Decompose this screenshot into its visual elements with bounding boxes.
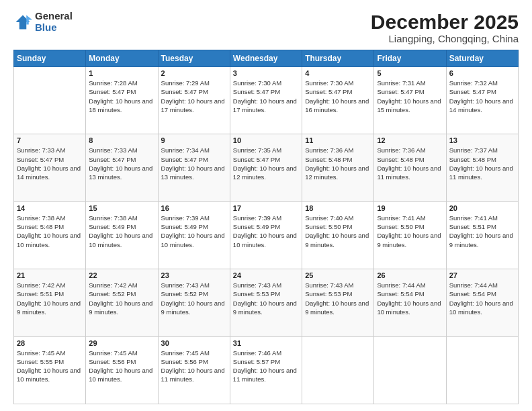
calendar-cell: 12Sunrise: 7:36 AMSunset: 5:48 PMDayligh… (374, 134, 446, 201)
col-tuesday: Tuesday (158, 50, 230, 67)
week-row-0: 1Sunrise: 7:28 AMSunset: 5:47 PMDaylight… (14, 67, 519, 134)
day-number: 9 (161, 136, 227, 144)
calendar-cell: 14Sunrise: 7:38 AMSunset: 5:48 PMDayligh… (14, 201, 86, 269)
calendar-cell: 7Sunrise: 7:33 AMSunset: 5:47 PMDaylight… (14, 134, 86, 201)
logo-blue-text: Blue (35, 22, 73, 34)
day-info: Sunrise: 7:37 AMSunset: 5:48 PMDaylight:… (449, 146, 515, 181)
day-number: 1 (89, 69, 154, 77)
col-sunday: Sunday (14, 50, 86, 67)
calendar-cell: 9Sunrise: 7:34 AMSunset: 5:47 PMDaylight… (158, 134, 230, 201)
day-number: 23 (161, 271, 227, 279)
day-number: 31 (233, 339, 299, 347)
logo-general-text: General (35, 11, 73, 22)
day-number: 10 (233, 136, 299, 144)
day-info: Sunrise: 7:43 AMSunset: 5:52 PMDaylight:… (161, 281, 227, 316)
col-friday: Friday (374, 50, 446, 67)
day-number: 26 (377, 271, 443, 279)
day-info: Sunrise: 7:36 AMSunset: 5:48 PMDaylight:… (377, 146, 443, 181)
day-number: 20 (449, 204, 515, 212)
calendar-cell: 31Sunrise: 7:46 AMSunset: 5:57 PMDayligh… (230, 336, 302, 404)
header: General Blue December 2025 Liangping, Ch… (13, 11, 519, 44)
day-info: Sunrise: 7:30 AMSunset: 5:47 PMDaylight:… (233, 79, 299, 114)
day-info: Sunrise: 7:43 AMSunset: 5:53 PMDaylight:… (233, 281, 299, 316)
day-info: Sunrise: 7:42 AMSunset: 5:51 PMDaylight:… (17, 281, 83, 316)
day-number: 11 (305, 136, 371, 144)
day-number: 29 (89, 339, 154, 347)
day-number: 21 (17, 271, 83, 279)
calendar-cell: 23Sunrise: 7:43 AMSunset: 5:52 PMDayligh… (158, 269, 230, 336)
calendar-cell: 5Sunrise: 7:31 AMSunset: 5:47 PMDaylight… (374, 67, 446, 134)
calendar-cell: 2Sunrise: 7:29 AMSunset: 5:47 PMDaylight… (158, 67, 230, 134)
day-info: Sunrise: 7:32 AMSunset: 5:47 PMDaylight:… (449, 79, 515, 114)
calendar-cell: 17Sunrise: 7:39 AMSunset: 5:49 PMDayligh… (230, 201, 302, 269)
calendar-cell: 26Sunrise: 7:44 AMSunset: 5:54 PMDayligh… (374, 269, 446, 336)
calendar-header-row: Sunday Monday Tuesday Wednesday Thursday… (14, 50, 519, 67)
calendar-cell: 30Sunrise: 7:45 AMSunset: 5:56 PMDayligh… (158, 336, 230, 404)
day-info: Sunrise: 7:35 AMSunset: 5:47 PMDaylight:… (233, 146, 299, 181)
calendar-cell: 8Sunrise: 7:33 AMSunset: 5:47 PMDaylight… (86, 134, 158, 201)
day-info: Sunrise: 7:30 AMSunset: 5:47 PMDaylight:… (305, 79, 371, 114)
day-number: 24 (233, 271, 299, 279)
day-number: 22 (89, 271, 154, 279)
day-number: 18 (305, 204, 371, 212)
logo-icon (13, 13, 32, 32)
calendar-cell (446, 336, 518, 404)
day-info: Sunrise: 7:34 AMSunset: 5:47 PMDaylight:… (161, 146, 227, 181)
page: General Blue December 2025 Liangping, Ch… (0, 0, 532, 411)
day-info: Sunrise: 7:44 AMSunset: 5:54 PMDaylight:… (377, 281, 443, 316)
day-number: 3 (233, 69, 299, 77)
calendar-cell (14, 67, 86, 134)
day-info: Sunrise: 7:38 AMSunset: 5:49 PMDaylight:… (89, 214, 154, 249)
day-info: Sunrise: 7:33 AMSunset: 5:47 PMDaylight:… (17, 146, 83, 181)
day-info: Sunrise: 7:41 AMSunset: 5:50 PMDaylight:… (377, 214, 443, 249)
calendar-cell (302, 336, 374, 404)
logo-text: General Blue (35, 11, 73, 33)
calendar-cell: 24Sunrise: 7:43 AMSunset: 5:53 PMDayligh… (230, 269, 302, 336)
calendar-cell: 18Sunrise: 7:40 AMSunset: 5:50 PMDayligh… (302, 201, 374, 269)
calendar-cell: 29Sunrise: 7:45 AMSunset: 5:56 PMDayligh… (86, 336, 158, 404)
day-info: Sunrise: 7:40 AMSunset: 5:50 PMDaylight:… (305, 214, 371, 249)
calendar-cell: 19Sunrise: 7:41 AMSunset: 5:50 PMDayligh… (374, 201, 446, 269)
svg-marker-1 (26, 15, 32, 24)
calendar-cell: 6Sunrise: 7:32 AMSunset: 5:47 PMDaylight… (446, 67, 518, 134)
day-info: Sunrise: 7:45 AMSunset: 5:56 PMDaylight:… (161, 349, 227, 384)
calendar-cell: 11Sunrise: 7:36 AMSunset: 5:48 PMDayligh… (302, 134, 374, 201)
day-number: 30 (161, 339, 227, 347)
day-info: Sunrise: 7:33 AMSunset: 5:47 PMDaylight:… (89, 146, 154, 181)
calendar-cell: 25Sunrise: 7:43 AMSunset: 5:53 PMDayligh… (302, 269, 374, 336)
day-info: Sunrise: 7:44 AMSunset: 5:54 PMDaylight:… (449, 281, 515, 316)
calendar-cell: 20Sunrise: 7:41 AMSunset: 5:51 PMDayligh… (446, 201, 518, 269)
day-number: 2 (161, 69, 227, 77)
day-number: 5 (377, 69, 443, 77)
calendar-cell: 1Sunrise: 7:28 AMSunset: 5:47 PMDaylight… (86, 67, 158, 134)
calendar-cell (374, 336, 446, 404)
day-info: Sunrise: 7:39 AMSunset: 5:49 PMDaylight:… (233, 214, 299, 249)
day-info: Sunrise: 7:42 AMSunset: 5:52 PMDaylight:… (89, 281, 154, 316)
logo: General Blue (13, 11, 73, 33)
day-number: 4 (305, 69, 371, 77)
day-number: 14 (17, 204, 83, 212)
day-number: 6 (449, 69, 515, 77)
day-info: Sunrise: 7:29 AMSunset: 5:47 PMDaylight:… (161, 79, 227, 114)
week-row-4: 28Sunrise: 7:45 AMSunset: 5:55 PMDayligh… (14, 336, 519, 404)
calendar-cell: 22Sunrise: 7:42 AMSunset: 5:52 PMDayligh… (86, 269, 158, 336)
calendar-cell: 21Sunrise: 7:42 AMSunset: 5:51 PMDayligh… (14, 269, 86, 336)
calendar-cell: 4Sunrise: 7:30 AMSunset: 5:47 PMDaylight… (302, 67, 374, 134)
day-info: Sunrise: 7:46 AMSunset: 5:57 PMDaylight:… (233, 349, 299, 384)
day-number: 27 (449, 271, 515, 279)
day-info: Sunrise: 7:45 AMSunset: 5:56 PMDaylight:… (89, 349, 154, 384)
day-number: 7 (17, 136, 83, 144)
day-info: Sunrise: 7:45 AMSunset: 5:55 PMDaylight:… (17, 349, 83, 384)
day-number: 8 (89, 136, 154, 144)
calendar-cell: 27Sunrise: 7:44 AMSunset: 5:54 PMDayligh… (446, 269, 518, 336)
calendar-cell: 3Sunrise: 7:30 AMSunset: 5:47 PMDaylight… (230, 67, 302, 134)
week-row-1: 7Sunrise: 7:33 AMSunset: 5:47 PMDaylight… (14, 134, 519, 201)
subtitle: Liangping, Chongqing, China (371, 33, 519, 44)
day-info: Sunrise: 7:39 AMSunset: 5:49 PMDaylight:… (161, 214, 227, 249)
col-wednesday: Wednesday (230, 50, 302, 67)
col-saturday: Saturday (446, 50, 518, 67)
calendar-table: Sunday Monday Tuesday Wednesday Thursday… (13, 50, 519, 404)
day-number: 28 (17, 339, 83, 347)
day-number: 15 (89, 204, 154, 212)
calendar-cell: 13Sunrise: 7:37 AMSunset: 5:48 PMDayligh… (446, 134, 518, 201)
